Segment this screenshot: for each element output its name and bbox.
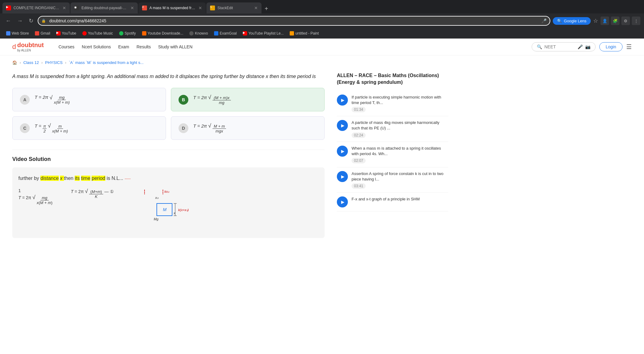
play-button-5[interactable]: ▶ xyxy=(337,196,348,207)
breadcrumb-sep-1: › xyxy=(20,60,21,65)
nav-ncert[interactable]: Ncert Solutions xyxy=(82,44,111,49)
option-label-c: C xyxy=(20,123,30,133)
refresh-button[interactable]: ↻ xyxy=(27,16,35,25)
tab-2[interactable]: ◉ Editing doubtnut-paywall-byp... ✕ xyxy=(70,2,138,13)
option-label-a: A xyxy=(20,95,30,105)
breadcrumb-class12[interactable]: Class 12 xyxy=(23,60,39,65)
sidebar-video-desc-2: A particle of mass 4kg moves simple harm… xyxy=(352,120,448,131)
highlight-x: x xyxy=(60,176,64,181)
play-icon-4: ▶ xyxy=(341,174,345,179)
bookmark-label-yt: YouTube xyxy=(62,31,76,35)
svg-text:Mg: Mg xyxy=(154,217,159,221)
play-button-1[interactable]: ▶ xyxy=(337,95,348,106)
tab-favicon-gh: ◉ xyxy=(74,6,79,10)
option-a[interactable]: A T = 2π √ mg x(M + m) xyxy=(12,88,166,111)
bookmark-examgoal[interactable]: ExamGoal xyxy=(212,30,239,36)
tab-bar: ▶ COMPLETE INORGANIC CHEM... ✕ ◉ Editing… xyxy=(0,0,644,13)
mic-icon[interactable]: 🎤 xyxy=(578,44,583,49)
tab-4[interactable]: S StackEdit ✕ xyxy=(206,2,262,13)
bookmark-favicon-knowvo xyxy=(189,31,194,35)
bookmark-label-knowvo: Knowvo xyxy=(195,31,208,35)
sidebar-video-duration-1: 01:34 xyxy=(352,107,366,112)
address-bar[interactable] xyxy=(38,16,550,26)
breadcrumb-physics[interactable]: PHYSICS xyxy=(45,60,62,65)
address-bar-icons: 🎤 xyxy=(541,18,547,23)
video-text: further by distance x then its time peri… xyxy=(18,173,318,183)
main-content: A mass M is suspended from a light sprin… xyxy=(0,67,337,250)
extension-icon-1[interactable]: 🧩 xyxy=(611,17,620,25)
sidebar-video-4[interactable]: ▶ Assertion A spring of force constatn k… xyxy=(337,167,448,193)
bookmark-label-examgoal: ExamGoal xyxy=(220,31,237,35)
nav-results[interactable]: Results xyxy=(137,44,151,49)
option-b[interactable]: B T = 2π √ (M + m)x mg xyxy=(171,88,325,111)
breadcrumb: 🏠 › Class 12 › PHYSICS › `A` mass `M` is… xyxy=(0,55,644,67)
svg-text:k(x+x₀): k(x+x₀) xyxy=(178,208,189,212)
profile-icon[interactable]: 👤 xyxy=(601,17,609,25)
site-header: d doubtnut by ALLEN Courses Ncert Soluti… xyxy=(0,39,644,55)
menu-icon[interactable]: ☰ xyxy=(626,43,632,50)
sidebar-video-3[interactable]: ▶ When a mass m is attached to a spring … xyxy=(337,142,448,167)
bookmark-label-ytplaylist: YouTube Playlist Le... xyxy=(248,31,284,35)
login-button[interactable]: Login xyxy=(599,42,623,51)
bookmark-knowvo[interactable]: Knowvo xyxy=(187,30,210,36)
tab-close-1[interactable]: ✕ xyxy=(62,6,66,10)
search-input[interactable] xyxy=(544,44,575,49)
nav-exam[interactable]: Exam xyxy=(118,44,129,49)
sidebar-video-duration-2: 02:24 xyxy=(352,132,366,138)
tab-close-3[interactable]: ✕ xyxy=(198,6,202,10)
camera-icon[interactable]: 📷 xyxy=(585,44,590,49)
sidebar-video-info-1: If particle is executing simple harmonic… xyxy=(352,95,448,112)
new-tab-button[interactable]: + xyxy=(262,5,271,12)
bookmark-ytdl[interactable]: Youtube Downloade... xyxy=(140,30,186,36)
bookmark-spotify[interactable]: Spotify xyxy=(117,30,138,36)
option-label-d: D xyxy=(179,123,188,133)
main-layout: A mass M is suspended from a light sprin… xyxy=(0,67,644,250)
video-step-2: T = 2π √ (M+m) K — ① xyxy=(71,188,114,199)
logo-sub: by ALLEN xyxy=(17,49,44,52)
sidebar-video-desc-4: Assertion A spring of force constatn k i… xyxy=(352,171,448,182)
option-d[interactable]: D T = 2π √ M + m mgx xyxy=(171,116,325,140)
breadcrumb-home[interactable]: 🏠 xyxy=(12,60,17,65)
bookmark-label-spotify: Spotify xyxy=(125,31,136,35)
bookmark-ytmusic[interactable]: YouTube Music xyxy=(80,30,115,36)
nav-study[interactable]: Study with ALLEN xyxy=(158,44,192,49)
sidebar-video-5[interactable]: ▶ F-x and x-t graph of a principle in SH… xyxy=(337,193,448,211)
sidebar-video-1[interactable]: ▶ If particle is executing simple harmon… xyxy=(337,91,448,116)
forward-button[interactable]: → xyxy=(15,17,24,25)
bookmark-ytplaylist[interactable]: ▶ YouTube Playlist Le... xyxy=(240,30,286,36)
tab-3-active[interactable]: d A mass M is suspended from a ✕ xyxy=(138,2,206,13)
sidebar-video-desc-3: When a mass m is attached to a spring it… xyxy=(352,146,448,157)
play-button-2[interactable]: ▶ xyxy=(337,120,348,131)
nav-courses[interactable]: Courses xyxy=(58,44,74,49)
tab-close-2[interactable]: ✕ xyxy=(130,6,134,10)
logo-area[interactable]: d doubtnut by ALLEN xyxy=(12,42,44,52)
tab-label-2: Editing doubtnut-paywall-byp... xyxy=(81,6,128,10)
bookmark-gmail[interactable]: Gmail xyxy=(32,30,52,36)
bookmark-paint[interactable]: untitled - Paint xyxy=(287,30,321,36)
mic-icon[interactable]: 🎤 xyxy=(541,18,547,23)
bookmark-favicon-yt: ▶ xyxy=(56,31,61,35)
play-icon-2: ▶ xyxy=(341,123,345,128)
play-button-3[interactable]: ▶ xyxy=(337,146,348,157)
video-step-1: 1 T = 2π √ mg x(M + m) xyxy=(18,188,52,205)
tab-1[interactable]: ▶ COMPLETE INORGANIC CHEM... ✕ xyxy=(2,2,70,13)
sidebar-video-2[interactable]: ▶ A particle of mass 4kg moves simple ha… xyxy=(337,116,448,142)
extension-icon-2[interactable]: ⚙ xyxy=(621,17,630,25)
google-lens-button[interactable]: 🔍 Google Lens xyxy=(553,17,591,25)
highlight-distance: distance xyxy=(40,176,59,181)
bookmark-favicon-paint xyxy=(290,31,294,35)
bookmark-webstore[interactable]: Web Store xyxy=(4,30,31,36)
back-button[interactable]: ← xyxy=(4,17,13,25)
bookmark-star-button[interactable]: ☆ xyxy=(593,17,598,24)
site-nav: Courses Ncert Solutions Exam Results Stu… xyxy=(58,44,193,49)
tab-favicon-yt: ▶ xyxy=(6,6,11,10)
search-box[interactable]: 🔍 🎤 📷 xyxy=(532,42,596,51)
tab-close-4[interactable]: ✕ xyxy=(254,6,258,10)
breadcrumb-question[interactable]: `A` mass `M` is suspended from a light s… xyxy=(69,60,144,65)
bookmark-youtube[interactable]: ▶ YouTube xyxy=(54,30,79,36)
option-c[interactable]: C T = π 2 √ m x(M + m) xyxy=(12,116,166,140)
bookmark-favicon-examgoal xyxy=(214,31,218,35)
sidebar-video-info-2: A particle of mass 4kg moves simple harm… xyxy=(352,120,448,138)
play-button-4[interactable]: ▶ xyxy=(337,171,348,182)
more-options-button[interactable]: ⋮ xyxy=(632,17,640,25)
